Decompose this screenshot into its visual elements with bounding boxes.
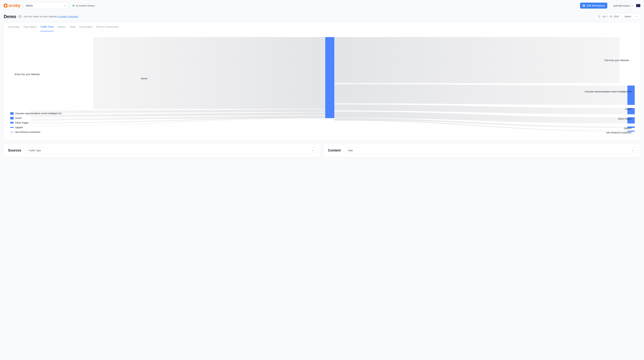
content-card: Content Path [324, 144, 640, 157]
sankey-right-item[interactable]: Other Pages [618, 118, 632, 120]
svg-rect-6 [628, 86, 635, 105]
sankey-right-label: /south [625, 108, 632, 110]
chevron-down-icon [312, 150, 314, 152]
sankey-left-label: /ah-enhance-southwest [15, 130, 40, 134]
sankey-right-label: /yippee [624, 127, 632, 130]
compare-select[interactable]: Select [622, 14, 640, 20]
node-marker-icon [10, 127, 14, 128]
sankey-left-label: /south [15, 117, 22, 120]
chevron-down-icon [64, 5, 66, 6]
sankey-left-label: /chrysler-representative-smart-intellige… [15, 112, 62, 115]
sources-dropdown-label: Traffic Type [28, 149, 41, 152]
sankey-right-label: Other Pages [618, 118, 632, 120]
chevron-down-icon [632, 150, 634, 152]
tab-time-to-conversion[interactable]: Time to Conversion [96, 23, 118, 31]
svg-rect-1 [598, 16, 600, 18]
node-marker-icon [10, 122, 14, 124]
brand-name: scoby [8, 3, 20, 8]
chevron-down-icon [636, 16, 638, 18]
entry-label: Entry into your Website [15, 73, 40, 76]
svg-point-0 [20, 16, 20, 17]
content-dropdown-label: Path [348, 149, 353, 152]
tab-time-spent[interactable]: Time Spent [23, 23, 36, 31]
exit-label: Exit from your Website [604, 59, 629, 62]
sankey-left-item[interactable]: /ah-enhance-southwest [10, 130, 62, 134]
tab-visits[interactable]: Visits [70, 23, 76, 31]
promo-text: Get this report for your website in unde… [24, 15, 78, 18]
tab-summary[interactable]: Summary [8, 23, 20, 31]
calendar-icon [598, 15, 600, 18]
sankey-right-item[interactable]: /yippee [624, 127, 632, 130]
sankey-right-label: /ah-enhance-southwest [606, 131, 632, 134]
add-workspace-button[interactable]: Add Workspace [580, 2, 608, 8]
sankey-chart: Entry into your Website Home Exit from y… [4, 32, 640, 140]
uk-flag-icon[interactable] [636, 4, 640, 7]
sankey-left-item[interactable]: /chrysler-representative-smart-intellige… [10, 112, 62, 115]
sources-card: Sources Traffic Type [4, 144, 320, 157]
center-node-label: Home [141, 77, 148, 80]
date-range-text: Jul 1 - 31, 2023 [602, 15, 619, 18]
promo-link[interactable]: in under 5 minutes! [58, 15, 78, 18]
page-title: Demo [4, 14, 16, 19]
sources-title: Sources [8, 148, 21, 152]
grid-plus-icon [583, 4, 585, 7]
sankey-left-label: /yippee [15, 126, 23, 129]
node-marker-icon [10, 112, 14, 115]
tab-converters[interactable]: Converters [80, 23, 92, 31]
sources-dropdown[interactable]: Traffic Type [26, 148, 316, 154]
logo-icon [4, 4, 8, 8]
tab-traffic-flow[interactable]: Traffic Flow [40, 23, 54, 31]
add-workspace-label: Add Workspace [586, 4, 605, 7]
tab-visitors[interactable]: Visitors [58, 23, 66, 31]
content-dropdown[interactable]: Path [346, 148, 636, 154]
user-email: peter@scoby.io [614, 4, 630, 7]
tabs-bar: SummaryTime SpentTraffic FlowVisitorsVis… [4, 23, 640, 32]
content-title: Content [328, 148, 341, 152]
sankey-left-item[interactable]: /south [10, 117, 62, 120]
brand-logo[interactable]: scoby [4, 3, 20, 8]
date-range-picker[interactable]: Jul 1 - 31, 2023 [595, 14, 622, 20]
gear-icon[interactable] [18, 15, 22, 18]
node-marker-icon [10, 132, 14, 132]
sankey-left-label: Other Pages [15, 121, 29, 124]
workspace-selected-label: Demo [26, 4, 33, 7]
visitors-status-text: 13 current visitors [76, 4, 95, 7]
sankey-right-item[interactable]: /chrysler-representative-smart-intellige… [585, 90, 632, 93]
visitors-status: 13 current visitors [73, 4, 95, 7]
status-dot-icon [73, 5, 74, 6]
chevron-down-icon [631, 5, 633, 6]
sankey-right-item[interactable]: /south [625, 108, 632, 110]
sankey-right-label: /chrysler-representative-smart-intellige… [585, 90, 632, 93]
sankey-right-item[interactable]: /ah-enhance-southwest [606, 131, 632, 134]
node-marker-icon [10, 117, 14, 120]
svg-rect-5 [325, 37, 334, 118]
sankey-left-item[interactable]: Other Pages [10, 121, 62, 124]
user-menu[interactable]: peter@scoby.io [610, 4, 640, 7]
workspace-select[interactable]: Demo [24, 2, 68, 9]
select-label: Select [624, 15, 631, 18]
sankey-left-item[interactable]: /yippee [10, 126, 62, 129]
